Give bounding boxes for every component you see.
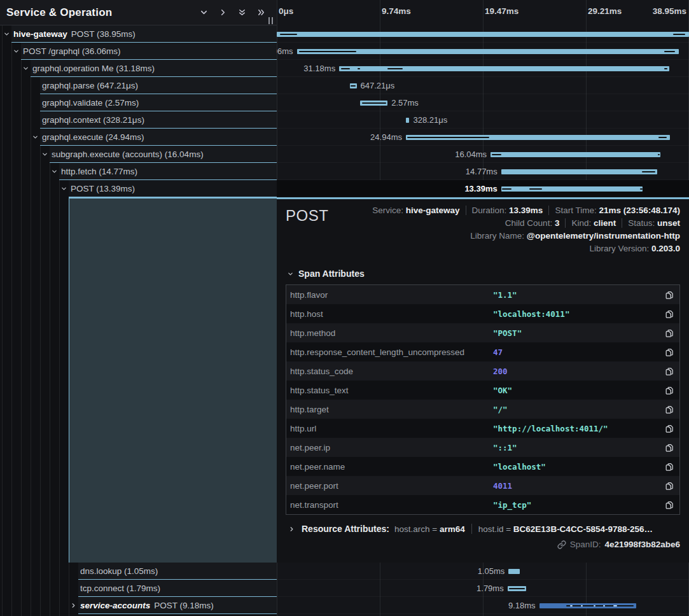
span-timeline-cell[interactable]: 14.77ms	[277, 163, 689, 180]
duration-label: 24.94ms	[370, 132, 402, 142]
span-row[interactable]: graphql.operation Me (31.18ms)31.18ms	[0, 60, 689, 77]
child-span-mark	[658, 154, 660, 155]
meta-item: Library Name: @opentelemetry/instrumenta…	[470, 231, 680, 241]
span-timeline-cell[interactable]: 36.06ms	[277, 43, 689, 60]
span-tree-cell[interactable]: POST /graphql (36.06ms)	[0, 43, 277, 60]
span-meta-line: Service: hive-gatewayDuration: 13.39msSt…	[372, 206, 680, 215]
span-tree-cell[interactable]: hive-gatewayPOST (38.95ms)	[0, 25, 277, 43]
span-timeline-cell[interactable]: 16.04ms	[277, 146, 689, 163]
span-timeline-cell[interactable]: 647.21μs	[277, 77, 689, 94]
span-row[interactable]: graphql.execute (24.94ms)24.94ms	[0, 129, 689, 146]
operation-label: subgraph.execute (accounts) (16.04ms)	[52, 150, 204, 159]
duration-label: 2.57ms	[391, 98, 419, 108]
span-timeline-cell[interactable]: 9.18ms	[277, 597, 689, 614]
span-duration-bar[interactable]	[406, 135, 670, 140]
span-duration-bar[interactable]	[508, 569, 519, 574]
tree-header-title: Service & Operation	[6, 6, 194, 19]
span-row[interactable]: graphql.validate (2.57ms)2.57ms	[0, 94, 689, 111]
chevron-right-icon[interactable]	[69, 597, 78, 614]
span-row[interactable]: dns.lookup (1.05ms)1.05ms	[0, 563, 689, 580]
copy-icon[interactable]	[660, 461, 674, 472]
span-duration-bar[interactable]	[360, 101, 387, 106]
span-duration-bar[interactable]	[350, 83, 357, 88]
span-attributes-toggle[interactable]: Span Attributes	[287, 269, 680, 279]
span-row[interactable]: hive-gatewayPOST (38.95ms)	[0, 25, 689, 43]
copy-icon[interactable]	[660, 423, 674, 434]
copy-icon[interactable]	[660, 442, 674, 453]
chevron-down-icon[interactable]	[21, 60, 31, 77]
span-duration-bar[interactable]	[501, 186, 643, 192]
span-tree-cell[interactable]: service-accountsPOST (9.18ms)	[0, 597, 277, 614]
span-tree-cell[interactable]: graphql.operation Me (31.18ms)	[0, 60, 277, 77]
meta-divider	[466, 206, 466, 215]
span-row[interactable]: POST (13.39ms)13.39ms	[0, 180, 689, 197]
span-row[interactable]: http.fetch (14.77ms)14.77ms	[0, 163, 689, 180]
chevron-down-icon[interactable]	[40, 146, 50, 163]
copy-icon[interactable]	[660, 500, 674, 510]
span-timeline-cell[interactable]: 31.18ms	[277, 60, 689, 77]
span-attributes-table: http.flavor"1.1"http.host"localhost:4011…	[286, 284, 680, 515]
copy-icon[interactable]	[660, 385, 674, 396]
span-meta: Service: hive-gatewayDuration: 13.39msSt…	[372, 206, 680, 253]
span-row[interactable]: POST /graphql (36.06ms)36.06ms	[0, 43, 689, 60]
chevron-right-icon	[287, 526, 296, 533]
chevron-down-icon[interactable]	[31, 129, 40, 146]
span-duration-bar[interactable]	[508, 586, 527, 591]
copy-icon[interactable]	[660, 480, 674, 491]
copy-icon[interactable]	[660, 309, 674, 319]
copy-icon[interactable]	[660, 328, 674, 339]
span-row[interactable]: subgraph.execute (accounts) (16.04ms)16.…	[0, 146, 689, 163]
attribute-key: http.url	[290, 424, 493, 433]
chevron-down-icon[interactable]	[2, 25, 11, 43]
span-row[interactable]: service-accountsPOST (9.18ms)9.18ms	[0, 597, 689, 614]
span-duration-bar[interactable]	[297, 49, 679, 54]
expand-one-icon[interactable]	[213, 4, 232, 21]
resource-pair: host.arch = arm64	[394, 524, 465, 534]
span-duration-bar[interactable]	[539, 603, 637, 608]
span-timeline-cell[interactable]: 1.05ms	[277, 563, 689, 580]
operation-label: graphql.operation Me (31.18ms)	[32, 64, 155, 73]
duration-label: 9.18ms	[508, 601, 536, 610]
span-tree-cell[interactable]: http.fetch (14.77ms)	[0, 163, 277, 180]
span-row[interactable]: graphql.context (328.21μs)328.21μs	[0, 111, 689, 129]
span-timeline-cell[interactable]: 13.39ms	[277, 180, 689, 197]
span-tree-cell[interactable]: graphql.execute (24.94ms)	[0, 129, 277, 146]
collapse-one-icon[interactable]	[194, 4, 213, 21]
chevron-down-icon[interactable]	[59, 180, 69, 197]
expand-all-icon[interactable]	[251, 4, 270, 21]
span-duration-bar[interactable]	[491, 152, 660, 157]
resource-attributes-heading: Resource Attributes:	[302, 524, 389, 534]
link-icon[interactable]	[557, 540, 566, 549]
meta-item: Kind: client	[571, 218, 616, 228]
span-duration-bar[interactable]	[339, 66, 669, 71]
span-timeline-cell[interactable]	[277, 25, 689, 43]
span-timeline-cell[interactable]: 24.94ms	[277, 129, 689, 146]
child-span-mark	[509, 588, 525, 589]
panel-splitter-handle[interactable]	[268, 17, 273, 24]
copy-icon[interactable]	[660, 366, 674, 377]
span-tree-cell[interactable]: graphql.validate (2.57ms)	[0, 94, 277, 111]
resource-attributes-row[interactable]: Resource Attributes: host.arch = arm64ho…	[287, 524, 680, 534]
span-timeline-cell[interactable]: 1.79ms	[277, 580, 689, 597]
span-tree-cell[interactable]: POST (13.39ms)	[0, 180, 277, 197]
span-timeline-cell[interactable]: 2.57ms	[277, 94, 689, 111]
copy-icon[interactable]	[660, 290, 674, 300]
span-duration-bar[interactable]	[501, 169, 658, 174]
attribute-value: "http://localhost:4011/"	[493, 424, 660, 433]
collapse-all-icon[interactable]	[232, 4, 251, 21]
span-tree-cell[interactable]: tcp.connect (1.79ms)	[0, 580, 277, 597]
span-row[interactable]: tcp.connect (1.79ms)1.79ms	[0, 580, 689, 597]
span-timeline-cell[interactable]: 328.21μs	[277, 111, 689, 129]
span-tree-cell[interactable]: graphql.parse (647.21μs)	[0, 77, 277, 94]
copy-icon[interactable]	[660, 404, 674, 415]
span-tree-cell[interactable]: subgraph.execute (accounts) (16.04ms)	[0, 146, 277, 163]
chevron-down-icon[interactable]	[11, 43, 21, 60]
span-row-inner: POST (13.39ms)	[69, 180, 277, 197]
span-duration-bar[interactable]	[277, 32, 689, 37]
copy-icon[interactable]	[660, 347, 674, 358]
span-row[interactable]: graphql.parse (647.21μs)647.21μs	[0, 77, 689, 94]
span-tree-cell[interactable]: graphql.context (328.21μs)	[0, 111, 277, 129]
span-tree-cell[interactable]: dns.lookup (1.05ms)	[0, 563, 277, 580]
span-duration-bar[interactable]	[406, 118, 409, 123]
chevron-down-icon[interactable]	[50, 163, 59, 180]
